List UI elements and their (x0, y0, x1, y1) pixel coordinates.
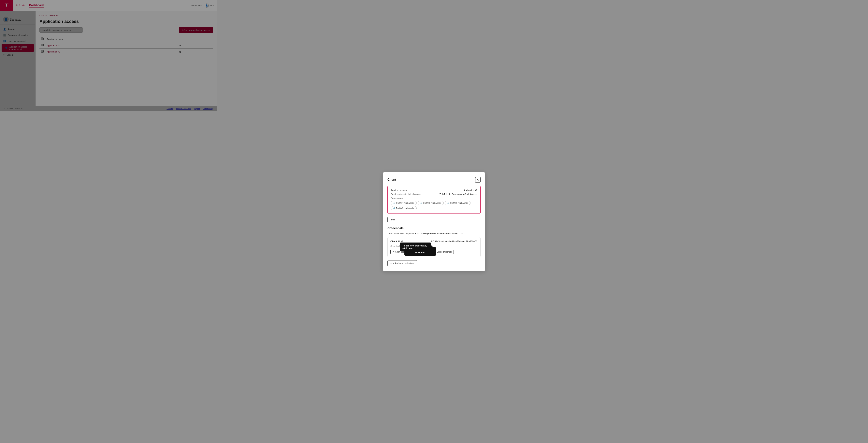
modal-overlay: Client ✕ Application name Application #1… (0, 0, 217, 111)
